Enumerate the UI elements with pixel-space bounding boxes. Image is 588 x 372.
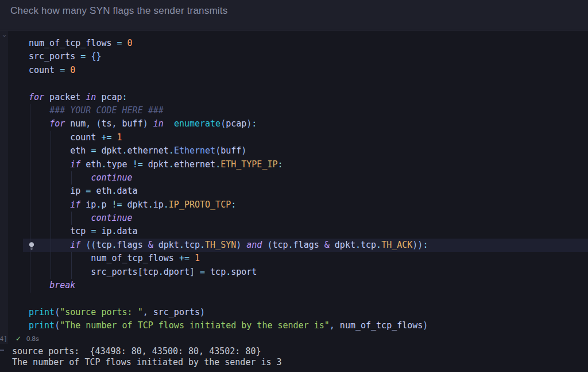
code-line[interactable]: count = 0 xyxy=(9,64,588,77)
code-line[interactable]: print("The number of TCP flows initiated… xyxy=(9,319,588,332)
code-line[interactable]: for packet in pcap: xyxy=(9,91,588,104)
code-line[interactable]: break xyxy=(9,279,588,292)
code-line[interactable]: if eth.type != dpkt.ethernet.ETH_TYPE_IP… xyxy=(9,158,588,171)
code-line[interactable]: if ((tcp.flags & dpkt.tcp.TH_SYN) and (t… xyxy=(9,239,588,252)
code-line[interactable]: count += 1 xyxy=(9,131,588,144)
code-line[interactable]: tcp = ip.data xyxy=(9,225,588,238)
output-line: The number of TCP flows initiated by the… xyxy=(12,357,588,368)
execution-duration: 0.8s xyxy=(26,335,39,342)
markdown-cell-title: Check how many SYN flags the sender tran… xyxy=(10,5,227,17)
cell-status-bar: [4] ✓ 0.8s xyxy=(0,333,588,345)
code-line[interactable]: if ip.p != dpkt.ip.IP_PROTO_TCP: xyxy=(9,198,588,212)
output-collapse-indicator[interactable] xyxy=(0,350,4,351)
code-line[interactable]: src_ports[tcp.dport] = tcp.sport xyxy=(9,266,588,279)
cell-collapse-chevron-icon[interactable]: ⌄ xyxy=(1,30,8,39)
code-lines: num_of_tcp_flows = 0src_ports = {}count … xyxy=(9,37,588,333)
code-line[interactable]: ### YOUR CODE HERE ### xyxy=(9,104,588,117)
output-line: source ports: {43498: 80, 43500: 80, 435… xyxy=(12,346,588,357)
cell-output: source ports: {43498: 80, 43500: 80, 435… xyxy=(12,346,588,367)
success-check-icon: ✓ xyxy=(16,335,21,343)
code-line[interactable] xyxy=(9,77,588,90)
code-line[interactable]: num_of_tcp_flows += 1 xyxy=(9,252,588,265)
code-line[interactable]: continue xyxy=(9,171,588,185)
code-line[interactable] xyxy=(9,292,588,305)
code-line[interactable]: num_of_tcp_flows = 0 xyxy=(9,37,588,50)
code-line[interactable]: src_ports = {} xyxy=(9,50,588,63)
code-line[interactable]: ip = eth.data xyxy=(9,185,588,198)
execution-count: [4] xyxy=(0,335,7,343)
cell-left-margin xyxy=(0,31,8,344)
code-line[interactable]: for num, (ts, buff) in enumerate(pcap): xyxy=(9,117,588,131)
code-line[interactable]: print("source ports: ", src_ports) xyxy=(9,306,588,319)
code-line[interactable]: continue xyxy=(9,212,588,225)
lightbulb-icon[interactable] xyxy=(28,241,36,250)
code-line[interactable]: eth = dpkt.ethernet.Ethernet(buff) xyxy=(9,144,588,158)
code-editor[interactable]: num_of_tcp_flows = 0src_ports = {}count … xyxy=(9,31,588,333)
markdown-cell[interactable]: Check how many SYN flags the sender tran… xyxy=(0,0,588,30)
